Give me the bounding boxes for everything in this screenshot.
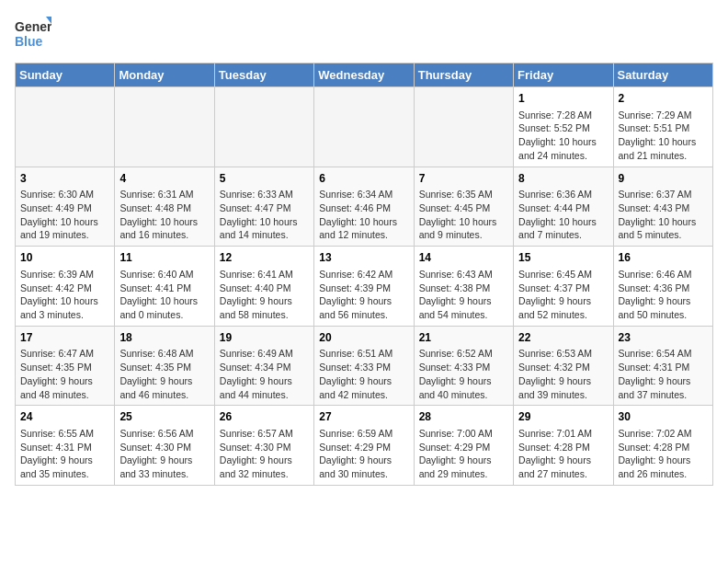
calendar-cell: 26Sunrise: 6:57 AM Sunset: 4:30 PM Dayli…	[214, 406, 313, 486]
calendar-cell: 14Sunrise: 6:43 AM Sunset: 4:38 PM Dayli…	[414, 247, 513, 327]
day-number: 13	[319, 250, 408, 266]
logo: General Blue	[15, 15, 51, 52]
calendar-cell: 1Sunrise: 7:28 AM Sunset: 5:52 PM Daylig…	[514, 87, 613, 167]
logo-text: General Blue	[15, 15, 51, 52]
day-number: 30	[619, 409, 708, 425]
day-info: Sunrise: 6:31 AM Sunset: 4:48 PM Dayligh…	[119, 188, 209, 242]
day-number: 1	[518, 91, 608, 107]
day-info: Sunrise: 7:00 AM Sunset: 4:29 PM Dayligh…	[419, 427, 508, 481]
day-number: 7	[419, 171, 508, 187]
day-number: 25	[119, 409, 209, 425]
day-info: Sunrise: 6:53 AM Sunset: 4:32 PM Dayligh…	[518, 347, 608, 401]
calendar-cell: 17Sunrise: 6:47 AM Sunset: 4:35 PM Dayli…	[16, 326, 115, 406]
calendar-week-0: 1Sunrise: 7:28 AM Sunset: 5:52 PM Daylig…	[16, 87, 713, 167]
calendar-cell: 15Sunrise: 6:45 AM Sunset: 4:37 PM Dayli…	[514, 247, 613, 327]
day-number: 22	[518, 330, 608, 346]
calendar-week-4: 24Sunrise: 6:55 AM Sunset: 4:31 PM Dayli…	[16, 406, 713, 486]
day-info: Sunrise: 6:57 AM Sunset: 4:30 PM Dayligh…	[220, 427, 309, 481]
day-number: 19	[220, 330, 309, 346]
calendar-cell: 7Sunrise: 6:35 AM Sunset: 4:45 PM Daylig…	[414, 167, 513, 247]
day-number: 6	[319, 171, 408, 187]
day-info: Sunrise: 6:48 AM Sunset: 4:35 PM Dayligh…	[119, 347, 209, 401]
day-info: Sunrise: 6:59 AM Sunset: 4:29 PM Dayligh…	[319, 427, 408, 481]
calendar-cell: 23Sunrise: 6:54 AM Sunset: 4:31 PM Dayli…	[613, 326, 712, 406]
calendar-cell: 22Sunrise: 6:53 AM Sunset: 4:32 PM Dayli…	[514, 326, 613, 406]
day-info: Sunrise: 6:41 AM Sunset: 4:40 PM Dayligh…	[220, 268, 309, 322]
day-number: 4	[119, 171, 209, 187]
calendar-cell: 11Sunrise: 6:40 AM Sunset: 4:41 PM Dayli…	[115, 247, 214, 327]
day-info: Sunrise: 6:42 AM Sunset: 4:39 PM Dayligh…	[319, 268, 408, 322]
calendar-cell: 21Sunrise: 6:52 AM Sunset: 4:33 PM Dayli…	[414, 326, 513, 406]
calendar-cell: 3Sunrise: 6:30 AM Sunset: 4:49 PM Daylig…	[16, 167, 115, 247]
calendar-cell: 27Sunrise: 6:59 AM Sunset: 4:29 PM Dayli…	[314, 406, 414, 486]
svg-text:General: General	[15, 19, 51, 34]
day-info: Sunrise: 6:35 AM Sunset: 4:45 PM Dayligh…	[419, 188, 508, 242]
calendar-cell: 16Sunrise: 6:46 AM Sunset: 4:36 PM Dayli…	[613, 247, 712, 327]
day-info: Sunrise: 6:45 AM Sunset: 4:37 PM Dayligh…	[518, 268, 608, 322]
weekday-header-sunday: Sunday	[16, 63, 115, 87]
calendar-cell	[115, 87, 214, 167]
day-info: Sunrise: 6:54 AM Sunset: 4:31 PM Dayligh…	[619, 347, 708, 401]
calendar-cell: 2Sunrise: 7:29 AM Sunset: 5:51 PM Daylig…	[613, 87, 712, 167]
day-info: Sunrise: 7:28 AM Sunset: 5:52 PM Dayligh…	[518, 109, 608, 163]
calendar-week-1: 3Sunrise: 6:30 AM Sunset: 4:49 PM Daylig…	[16, 167, 713, 247]
day-info: Sunrise: 6:36 AM Sunset: 4:44 PM Dayligh…	[518, 188, 608, 242]
calendar-header-row: SundayMondayTuesdayWednesdayThursdayFrid…	[16, 63, 713, 87]
day-number: 21	[419, 330, 508, 346]
weekday-header-thursday: Thursday	[414, 63, 513, 87]
day-info: Sunrise: 6:34 AM Sunset: 4:46 PM Dayligh…	[319, 188, 408, 242]
day-info: Sunrise: 7:02 AM Sunset: 4:28 PM Dayligh…	[619, 427, 708, 481]
day-info: Sunrise: 7:29 AM Sunset: 5:51 PM Dayligh…	[619, 109, 708, 163]
calendar-cell: 28Sunrise: 7:00 AM Sunset: 4:29 PM Dayli…	[414, 406, 513, 486]
calendar-week-2: 10Sunrise: 6:39 AM Sunset: 4:42 PM Dayli…	[16, 247, 713, 327]
day-number: 27	[319, 409, 408, 425]
day-info: Sunrise: 6:30 AM Sunset: 4:49 PM Dayligh…	[20, 188, 109, 242]
day-number: 23	[619, 330, 708, 346]
svg-text:Blue: Blue	[15, 34, 43, 49]
day-info: Sunrise: 6:39 AM Sunset: 4:42 PM Dayligh…	[20, 268, 109, 322]
calendar-cell: 6Sunrise: 6:34 AM Sunset: 4:46 PM Daylig…	[314, 167, 414, 247]
day-info: Sunrise: 6:55 AM Sunset: 4:31 PM Dayligh…	[20, 427, 109, 481]
calendar-cell: 29Sunrise: 7:01 AM Sunset: 4:28 PM Dayli…	[514, 406, 613, 486]
day-number: 2	[619, 91, 708, 107]
day-number: 10	[20, 250, 109, 266]
day-number: 11	[119, 250, 209, 266]
weekday-header-wednesday: Wednesday	[314, 63, 414, 87]
day-info: Sunrise: 6:49 AM Sunset: 4:34 PM Dayligh…	[220, 347, 309, 401]
calendar-cell	[314, 87, 414, 167]
calendar-cell: 9Sunrise: 6:37 AM Sunset: 4:43 PM Daylig…	[613, 167, 712, 247]
calendar-cell: 25Sunrise: 6:56 AM Sunset: 4:30 PM Dayli…	[115, 406, 214, 486]
calendar-cell	[16, 87, 115, 167]
weekday-header-saturday: Saturday	[613, 63, 712, 87]
day-number: 29	[518, 409, 608, 425]
weekday-header-friday: Friday	[514, 63, 613, 87]
day-info: Sunrise: 6:46 AM Sunset: 4:36 PM Dayligh…	[619, 268, 708, 322]
calendar-cell: 24Sunrise: 6:55 AM Sunset: 4:31 PM Dayli…	[16, 406, 115, 486]
day-info: Sunrise: 6:37 AM Sunset: 4:43 PM Dayligh…	[619, 188, 708, 242]
calendar-table: SundayMondayTuesdayWednesdayThursdayFrid…	[15, 63, 713, 486]
day-number: 5	[220, 171, 309, 187]
calendar-cell: 4Sunrise: 6:31 AM Sunset: 4:48 PM Daylig…	[115, 167, 214, 247]
day-number: 24	[20, 409, 109, 425]
calendar-cell: 13Sunrise: 6:42 AM Sunset: 4:39 PM Dayli…	[314, 247, 414, 327]
day-number: 28	[419, 409, 508, 425]
day-number: 3	[20, 171, 109, 187]
day-number: 14	[419, 250, 508, 266]
calendar-cell	[214, 87, 313, 167]
calendar-cell: 5Sunrise: 6:33 AM Sunset: 4:47 PM Daylig…	[214, 167, 313, 247]
day-number: 17	[20, 330, 109, 346]
day-number: 12	[220, 250, 309, 266]
day-info: Sunrise: 7:01 AM Sunset: 4:28 PM Dayligh…	[518, 427, 608, 481]
day-info: Sunrise: 6:47 AM Sunset: 4:35 PM Dayligh…	[20, 347, 109, 401]
page-header: General Blue	[15, 15, 713, 52]
calendar-week-3: 17Sunrise: 6:47 AM Sunset: 4:35 PM Dayli…	[16, 326, 713, 406]
logo-bird-icon: General Blue	[15, 15, 51, 52]
day-number: 20	[319, 330, 408, 346]
weekday-header-monday: Monday	[115, 63, 214, 87]
day-number: 18	[119, 330, 209, 346]
day-number: 26	[220, 409, 309, 425]
calendar-cell	[414, 87, 513, 167]
day-number: 9	[619, 171, 708, 187]
calendar-cell: 19Sunrise: 6:49 AM Sunset: 4:34 PM Dayli…	[214, 326, 313, 406]
calendar-cell: 20Sunrise: 6:51 AM Sunset: 4:33 PM Dayli…	[314, 326, 414, 406]
